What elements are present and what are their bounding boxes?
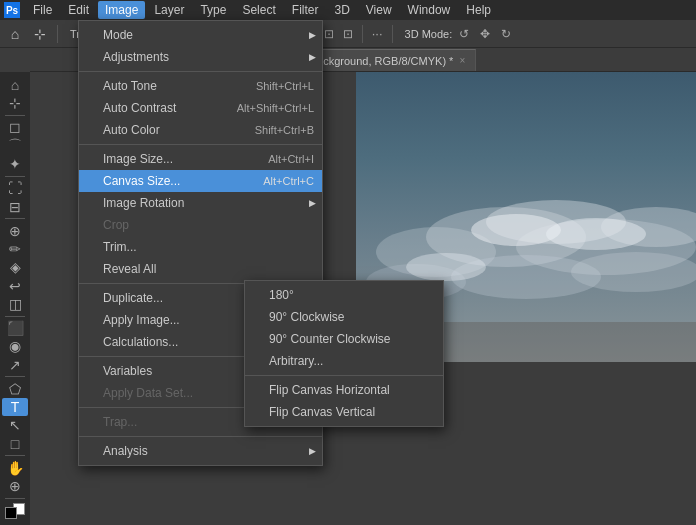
rotate-90-ccw[interactable]: 90° Counter Clockwise [245, 328, 443, 350]
crop-label: Crop [103, 218, 314, 232]
svg-point-10 [546, 218, 646, 250]
tool-sep-3 [5, 218, 25, 219]
tool-sep-7 [5, 498, 25, 499]
pen-tool[interactable]: ⬠ [2, 380, 28, 397]
3d-orbit-icon[interactable]: ↺ [455, 25, 473, 43]
menu-trim[interactable]: Trim... [79, 236, 322, 258]
brush-tool[interactable]: ✏ [2, 240, 28, 257]
rot-sep-1 [245, 375, 443, 376]
image-size-label: Image Size... [103, 152, 256, 166]
shape-tool[interactable]: □ [2, 435, 28, 452]
menu-image-rotation[interactable]: Image Rotation [79, 192, 322, 214]
dist-icon2[interactable]: ⊡ [321, 27, 337, 41]
auto-color-label: Auto Color [103, 123, 243, 137]
menu-filter[interactable]: Filter [285, 1, 326, 19]
menu-adjustments[interactable]: Adjustments [79, 46, 322, 68]
menu-3d[interactable]: 3D [327, 1, 356, 19]
menu-crop: Crop [79, 214, 322, 236]
healing-tool[interactable]: ⊕ [2, 222, 28, 239]
zoom-tool[interactable]: ⊕ [2, 477, 28, 494]
menu-auto-color[interactable]: Auto Color Shift+Ctrl+B [79, 119, 322, 141]
gradient-tool[interactable]: ⬛ [2, 319, 28, 336]
menu-select[interactable]: Select [235, 1, 282, 19]
menu-window[interactable]: Window [401, 1, 458, 19]
eyedropper-tool[interactable]: ⊟ [2, 198, 28, 215]
rotate-180[interactable]: 180° [245, 284, 443, 306]
auto-contrast-shortcut: Alt+Shift+Ctrl+L [237, 102, 314, 114]
image-size-shortcut: Alt+Ctrl+I [268, 153, 314, 165]
auto-tone-label: Auto Tone [103, 79, 244, 93]
flip-canvas-vertical[interactable]: Flip Canvas Vertical [245, 401, 443, 423]
foreground-color-swatch[interactable] [5, 507, 17, 519]
lasso-tool[interactable]: ⌒ [2, 137, 28, 155]
rect-select-tool[interactable]: ◻ [2, 118, 28, 135]
tool-sep-5 [5, 376, 25, 377]
foreground-bg-swatches[interactable] [3, 503, 27, 519]
canvas-size-shortcut: Alt+Ctrl+C [263, 175, 314, 187]
flip-v-label: Flip Canvas Vertical [269, 405, 435, 419]
image-rotation-label: Image Rotation [103, 196, 314, 210]
svg-point-9 [471, 214, 561, 246]
nav-button[interactable]: ⊹ [29, 23, 51, 45]
move-tool[interactable]: ⌂ [2, 76, 28, 93]
menu-canvas-size[interactable]: Canvas Size... Alt+Ctrl+C [79, 170, 322, 192]
menu-edit[interactable]: Edit [61, 1, 96, 19]
path-select-tool[interactable]: ↖ [2, 417, 28, 434]
rotate-90-ccw-label: 90° Counter Clockwise [269, 332, 435, 346]
dodge-tool[interactable]: ↗ [2, 356, 28, 373]
3d-pan-icon[interactable]: ✥ [476, 25, 494, 43]
menu-help[interactable]: Help [459, 1, 498, 19]
svg-point-11 [406, 253, 486, 281]
menubar: Ps File Edit Image Layer Type Select Fil… [0, 0, 696, 20]
auto-contrast-label: Auto Contrast [103, 101, 225, 115]
menu-image[interactable]: Image [98, 1, 145, 19]
menu-file[interactable]: File [26, 1, 59, 19]
trim-label: Trim... [103, 240, 314, 254]
image-rotation-submenu: 180° 90° Clockwise 90° Counter Clockwise… [244, 280, 444, 427]
separator-5 [392, 25, 393, 43]
menu-image-size[interactable]: Image Size... Alt+Ctrl+I [79, 148, 322, 170]
menu-type[interactable]: Type [193, 1, 233, 19]
analysis-label: Analysis [103, 444, 314, 458]
history-brush-tool[interactable]: ↩ [2, 277, 28, 294]
tool-sep-6 [5, 455, 25, 456]
tool-sep-4 [5, 316, 25, 317]
eraser-tool[interactable]: ◫ [2, 295, 28, 312]
menu-adjustments-label: Adjustments [103, 50, 314, 64]
three-dots-button[interactable]: ··· [369, 26, 386, 41]
rotate-180-label: 180° [269, 288, 435, 302]
menu-reveal-all[interactable]: Reveal All [79, 258, 322, 280]
menu-sep-6 [79, 436, 322, 437]
auto-color-shortcut: Shift+Ctrl+B [255, 124, 314, 136]
flip-canvas-horizontal[interactable]: Flip Canvas Horizontal [245, 379, 443, 401]
separator-1 [57, 25, 58, 43]
magic-wand-tool[interactable]: ✦ [2, 156, 28, 173]
menu-layer[interactable]: Layer [147, 1, 191, 19]
menu-view[interactable]: View [359, 1, 399, 19]
dist-icon3[interactable]: ⊡ [340, 27, 356, 41]
menu-sep-1 [79, 71, 322, 72]
tool-sep-2 [5, 176, 25, 177]
separator-4 [362, 25, 363, 43]
menu-sep-2 [79, 144, 322, 145]
clone-stamp-tool[interactable]: ◈ [2, 259, 28, 276]
3d-roll-icon[interactable]: ↻ [497, 25, 515, 43]
svg-point-8 [571, 252, 696, 292]
reveal-all-label: Reveal All [103, 262, 314, 276]
menu-mode[interactable]: Mode [79, 24, 322, 46]
menu-auto-tone[interactable]: Auto Tone Shift+Ctrl+L [79, 75, 322, 97]
menu-mode-label: Mode [103, 28, 314, 42]
tool-sep-1 [5, 115, 25, 116]
type-tool[interactable]: T [2, 398, 28, 415]
crop-tool[interactable]: ⛶ [2, 180, 28, 197]
hand-tool[interactable]: ✋ [2, 459, 28, 476]
home-button[interactable]: ⌂ [4, 23, 26, 45]
artboard-tool[interactable]: ⊹ [2, 94, 28, 111]
menu-analysis[interactable]: Analysis [79, 440, 322, 462]
rotate-arbitrary[interactable]: Arbitrary... [245, 350, 443, 372]
rotate-90-cw[interactable]: 90° Clockwise [245, 306, 443, 328]
rotate-90-cw-label: 90° Clockwise [269, 310, 435, 324]
blur-tool[interactable]: ◉ [2, 338, 28, 355]
menu-auto-contrast[interactable]: Auto Contrast Alt+Shift+Ctrl+L [79, 97, 322, 119]
tab-close-button[interactable]: × [459, 55, 465, 66]
